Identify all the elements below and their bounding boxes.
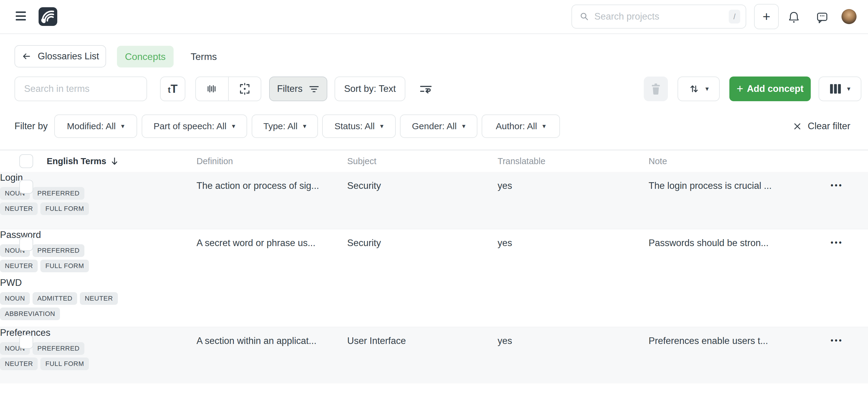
notifications-button[interactable]	[786, 10, 802, 25]
row-actions-menu-icon[interactable]: •••	[831, 181, 843, 190]
translatable-cell: yes	[498, 336, 512, 346]
filter-gender-dropdown[interactable]: Gender: All ▾	[400, 114, 477, 138]
filter-author-dropdown[interactable]: Author: All ▾	[482, 114, 560, 138]
row-checkbox[interactable]	[19, 335, 33, 349]
term-tag: NEUTER	[0, 202, 38, 215]
term-tag: FULL FORM	[40, 202, 89, 215]
term-text: PWD	[0, 277, 124, 289]
concept-row-login[interactable]: Login NOUN PREFERRED NEUTER FULL FORM Th…	[0, 172, 868, 229]
term-tag: NEUTER	[0, 260, 38, 272]
tab-terms[interactable]: Terms	[186, 46, 222, 67]
focus-frame-button[interactable]	[228, 77, 261, 101]
concept-row-password[interactable]: Password NOUN PREFERRED NEUTER FULL FORM…	[0, 229, 868, 327]
term-entry: Preferences NOUN PREFERRED NEUTER FULL F…	[0, 327, 124, 370]
filter-modified-dropdown[interactable]: Modified: All ▾	[54, 114, 137, 138]
back-button-label: Glossaries List	[38, 51, 99, 62]
term-tags: NOUN PREFERRED NEUTER FULL FORM	[0, 244, 121, 272]
chat-bubble-icon	[815, 11, 829, 24]
filter-type-label: Type: All	[264, 121, 298, 131]
reorder-button[interactable]: ▾	[678, 76, 720, 101]
plus-icon: +	[763, 10, 770, 23]
definition-cell: A section within an applicat...	[196, 336, 316, 346]
terms-cell: Login NOUN PREFERRED NEUTER FULL FORM	[0, 172, 124, 215]
clear-x-icon	[792, 121, 802, 131]
term-text: Login	[0, 172, 124, 183]
add-concept-button[interactable]: + Add concept	[730, 76, 811, 101]
search-in-terms-input[interactable]	[24, 83, 137, 94]
concept-row-preferences[interactable]: Preferences NOUN PREFERRED NEUTER FULL F…	[0, 327, 868, 383]
column-header-translatable: Translatable	[498, 156, 546, 166]
terms-search[interactable]	[14, 76, 147, 101]
filter-status-dropdown[interactable]: Status: All ▾	[322, 114, 396, 138]
column-header-definition: Definition	[196, 156, 233, 166]
clear-filter-button[interactable]: Clear filter	[792, 114, 850, 138]
filter-part-of-speech-dropdown[interactable]: Part of speech: All ▾	[142, 114, 247, 138]
chevron-down-icon: ▾	[847, 86, 850, 92]
row-actions-menu-icon[interactable]: •••	[831, 336, 843, 345]
bell-icon	[787, 10, 800, 24]
column-header-english-terms[interactable]: English Terms	[47, 156, 119, 166]
term-tag: NOUN	[0, 292, 30, 305]
term-tag: PREFERRED	[33, 187, 84, 200]
sort-by-button[interactable]: Sort by: Text	[335, 76, 405, 101]
filter-status-label: Status: All	[335, 121, 375, 131]
row-checkbox[interactable]	[19, 180, 33, 194]
term-tag: ABBREVIATION	[0, 307, 60, 320]
subject-cell: Security	[347, 180, 381, 191]
chevron-down-icon: ▾	[303, 123, 306, 130]
terms-cell: Password NOUN PREFERRED NEUTER FULL FORM…	[0, 229, 124, 320]
term-tag: ADMITTED	[33, 292, 77, 305]
topbar: / +	[0, 0, 868, 34]
hamburger-menu-icon[interactable]	[16, 11, 26, 21]
row-checkbox[interactable]	[19, 237, 33, 251]
chevron-down-icon: ▾	[380, 123, 383, 130]
term-tag: NEUTER	[80, 292, 118, 305]
feedback-chat-button[interactable]	[814, 10, 830, 25]
delete-selected-button[interactable]	[644, 76, 668, 101]
app-logo-icon[interactable]	[38, 7, 57, 26]
term-tag: FULL FORM	[40, 260, 89, 272]
user-avatar[interactable]	[841, 9, 857, 24]
search-projects-input[interactable]	[594, 11, 729, 22]
add-concept-label: Add concept	[747, 83, 804, 94]
text-case-icon: tT	[168, 83, 178, 95]
filter-gender-label: Gender: All	[412, 121, 457, 131]
term-tags: NOUN PREFERRED NEUTER FULL FORM	[0, 342, 121, 370]
row-actions-menu-icon[interactable]: •••	[831, 238, 843, 247]
text-case-button[interactable]: tT	[160, 76, 185, 101]
exact-match-button[interactable]	[196, 77, 228, 101]
back-to-glossaries-button[interactable]: Glossaries List	[14, 45, 106, 67]
subject-cell: Security	[347, 238, 381, 248]
clear-filter-label: Clear filter	[808, 121, 850, 132]
term-entry: PWD NOUN ADMITTED NEUTER ABBREVIATION	[0, 277, 124, 320]
project-search[interactable]: /	[571, 4, 746, 29]
term-text: Password	[0, 229, 124, 241]
filter-part-of-speech-label: Part of speech: All	[154, 121, 227, 131]
term-tag: FULL FORM	[40, 358, 89, 370]
plus-icon: +	[737, 83, 743, 94]
filters-button[interactable]: Filters	[269, 76, 327, 101]
sort-descending-icon	[110, 156, 119, 166]
tab-concepts[interactable]: Concepts	[117, 46, 174, 67]
translatable-cell: yes	[498, 180, 512, 191]
select-all-checkbox[interactable]	[19, 154, 33, 168]
filter-type-dropdown[interactable]: Type: All ▾	[252, 114, 318, 138]
definition-cell: The action or process of sig...	[196, 180, 319, 191]
match-mode-button-group	[195, 76, 261, 101]
wrap-lines-button[interactable]	[416, 76, 435, 101]
wrap-arrow-icon	[419, 82, 433, 95]
columns-visibility-button[interactable]: ▾	[818, 76, 861, 101]
barcode-icon	[206, 83, 218, 95]
back-arrow-icon	[22, 51, 32, 62]
columns-icon	[830, 83, 841, 94]
create-new-button[interactable]: +	[754, 4, 779, 29]
column-header-subject: Subject	[347, 156, 376, 166]
viewfinder-icon	[239, 82, 251, 95]
note-cell: The login process is crucial ...	[649, 180, 772, 191]
table-header: English Terms Definition Subject Transla…	[0, 150, 868, 172]
filters-button-label: Filters	[277, 83, 302, 94]
search-icon	[579, 11, 590, 22]
chevron-down-icon: ▾	[542, 123, 546, 130]
filter-by-label: Filter by	[14, 114, 48, 138]
chevron-down-icon: ▾	[705, 86, 709, 92]
